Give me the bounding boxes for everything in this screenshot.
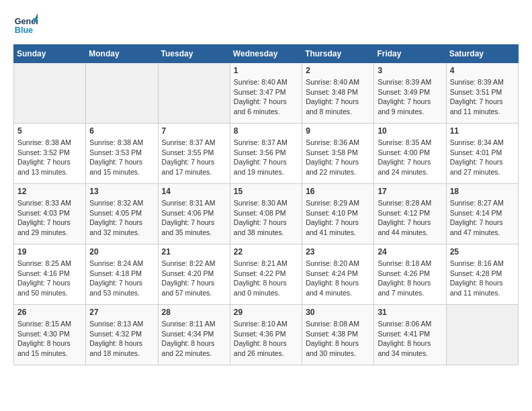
calendar-table: SundayMondayTuesdayWednesdayThursdayFrid… (13, 44, 519, 365)
day-number: 2 (306, 66, 370, 75)
calendar-body: 1Sunrise: 8:40 AM Sunset: 3:47 PM Daylig… (14, 63, 519, 365)
day-info: Sunrise: 8:32 AM Sunset: 4:05 PM Dayligh… (89, 198, 154, 238)
calendar-cell: 4Sunrise: 8:39 AM Sunset: 3:51 PM Daylig… (446, 63, 518, 124)
calendar-cell: 2Sunrise: 8:40 AM Sunset: 3:48 PM Daylig… (302, 63, 374, 124)
calendar-cell: 5Sunrise: 8:38 AM Sunset: 3:52 PM Daylig… (14, 124, 86, 184)
day-info: Sunrise: 8:29 AM Sunset: 4:10 PM Dayligh… (306, 198, 370, 238)
day-number: 19 (17, 247, 82, 257)
weekday-header-wednesday: Wednesday (230, 45, 302, 63)
calendar-cell: 26Sunrise: 8:15 AM Sunset: 4:30 PM Dayli… (14, 305, 86, 365)
calendar-cell: 20Sunrise: 8:24 AM Sunset: 4:18 PM Dayli… (86, 244, 158, 305)
calendar-cell: 9Sunrise: 8:36 AM Sunset: 3:58 PM Daylig… (302, 124, 374, 184)
day-info: Sunrise: 8:06 AM Sunset: 4:41 PM Dayligh… (378, 319, 442, 359)
day-info: Sunrise: 8:15 AM Sunset: 4:30 PM Dayligh… (17, 319, 82, 359)
calendar-cell: 6Sunrise: 8:38 AM Sunset: 3:53 PM Daylig… (86, 124, 158, 184)
week-row-0: 1Sunrise: 8:40 AM Sunset: 3:47 PM Daylig… (14, 63, 519, 124)
day-info: Sunrise: 8:39 AM Sunset: 3:49 PM Dayligh… (378, 77, 442, 117)
day-info: Sunrise: 8:40 AM Sunset: 3:48 PM Dayligh… (306, 77, 370, 117)
calendar-cell: 12Sunrise: 8:33 AM Sunset: 4:03 PM Dayli… (14, 184, 86, 244)
logo: General Blue (13, 13, 41, 38)
calendar-cell: 14Sunrise: 8:31 AM Sunset: 4:06 PM Dayli… (158, 184, 230, 244)
weekday-header-tuesday: Tuesday (158, 45, 230, 63)
weekday-header-sunday: Sunday (14, 45, 86, 63)
calendar-cell (14, 63, 86, 124)
weekday-header-monday: Monday (86, 45, 158, 63)
day-number: 5 (17, 126, 82, 136)
svg-text:Blue: Blue (15, 26, 33, 35)
day-number: 20 (89, 247, 154, 257)
day-info: Sunrise: 8:13 AM Sunset: 4:32 PM Dayligh… (89, 319, 154, 359)
day-info: Sunrise: 8:31 AM Sunset: 4:06 PM Dayligh… (162, 198, 226, 238)
calendar-cell: 25Sunrise: 8:16 AM Sunset: 4:28 PM Dayli… (446, 244, 518, 305)
calendar-cell: 8Sunrise: 8:37 AM Sunset: 3:56 PM Daylig… (230, 124, 302, 184)
calendar-cell: 24Sunrise: 8:18 AM Sunset: 4:26 PM Dayli… (374, 244, 446, 305)
day-number: 13 (89, 187, 154, 196)
day-info: Sunrise: 8:18 AM Sunset: 4:26 PM Dayligh… (378, 259, 442, 298)
calendar-cell (158, 63, 230, 124)
day-info: Sunrise: 8:37 AM Sunset: 3:55 PM Dayligh… (162, 138, 226, 177)
calendar-cell: 3Sunrise: 8:39 AM Sunset: 3:49 PM Daylig… (374, 63, 446, 124)
day-info: Sunrise: 8:34 AM Sunset: 4:01 PM Dayligh… (450, 138, 515, 177)
day-info: Sunrise: 8:36 AM Sunset: 3:58 PM Dayligh… (306, 138, 370, 177)
calendar-cell: 31Sunrise: 8:06 AM Sunset: 4:41 PM Dayli… (374, 305, 446, 365)
calendar-cell: 19Sunrise: 8:25 AM Sunset: 4:16 PM Dayli… (14, 244, 86, 305)
day-info: Sunrise: 8:08 AM Sunset: 4:38 PM Dayligh… (306, 319, 370, 359)
day-info: Sunrise: 8:35 AM Sunset: 4:00 PM Dayligh… (378, 138, 442, 177)
day-info: Sunrise: 8:38 AM Sunset: 3:52 PM Dayligh… (17, 138, 82, 177)
day-number: 30 (306, 308, 370, 317)
day-number: 11 (450, 126, 515, 136)
calendar-cell: 17Sunrise: 8:28 AM Sunset: 4:12 PM Dayli… (374, 184, 446, 244)
day-number: 14 (162, 187, 226, 196)
day-number: 27 (89, 308, 154, 317)
week-row-3: 19Sunrise: 8:25 AM Sunset: 4:16 PM Dayli… (14, 244, 519, 305)
calendar-cell (86, 63, 158, 124)
day-info: Sunrise: 8:40 AM Sunset: 3:47 PM Dayligh… (234, 77, 298, 117)
week-row-1: 5Sunrise: 8:38 AM Sunset: 3:52 PM Daylig… (14, 124, 519, 184)
calendar-cell: 21Sunrise: 8:22 AM Sunset: 4:20 PM Dayli… (158, 244, 230, 305)
day-number: 26 (17, 308, 82, 317)
logo-icon: General Blue (13, 13, 38, 38)
calendar-cell: 27Sunrise: 8:13 AM Sunset: 4:32 PM Dayli… (86, 305, 158, 365)
svg-marker-3 (35, 13, 38, 18)
day-number: 16 (306, 187, 370, 196)
calendar-cell: 29Sunrise: 8:10 AM Sunset: 4:36 PM Dayli… (230, 305, 302, 365)
calendar-cell: 30Sunrise: 8:08 AM Sunset: 4:38 PM Dayli… (302, 305, 374, 365)
calendar-cell: 22Sunrise: 8:21 AM Sunset: 4:22 PM Dayli… (230, 244, 302, 305)
calendar-cell (446, 305, 518, 365)
week-row-2: 12Sunrise: 8:33 AM Sunset: 4:03 PM Dayli… (14, 184, 519, 244)
day-info: Sunrise: 8:30 AM Sunset: 4:08 PM Dayligh… (234, 198, 298, 238)
day-info: Sunrise: 8:37 AM Sunset: 3:56 PM Dayligh… (234, 138, 298, 177)
week-row-4: 26Sunrise: 8:15 AM Sunset: 4:30 PM Dayli… (14, 305, 519, 365)
day-number: 31 (378, 308, 442, 317)
day-info: Sunrise: 8:33 AM Sunset: 4:03 PM Dayligh… (17, 198, 82, 238)
weekday-header-thursday: Thursday (302, 45, 374, 63)
day-number: 6 (89, 126, 154, 136)
day-number: 25 (450, 247, 515, 257)
calendar-cell: 23Sunrise: 8:20 AM Sunset: 4:24 PM Dayli… (302, 244, 374, 305)
day-number: 21 (162, 247, 226, 257)
calendar-cell: 7Sunrise: 8:37 AM Sunset: 3:55 PM Daylig… (158, 124, 230, 184)
day-number: 18 (450, 187, 515, 196)
calendar-cell: 15Sunrise: 8:30 AM Sunset: 4:08 PM Dayli… (230, 184, 302, 244)
day-number: 22 (234, 247, 298, 257)
day-number: 1 (234, 66, 298, 75)
weekday-header-saturday: Saturday (446, 45, 518, 63)
calendar-cell: 11Sunrise: 8:34 AM Sunset: 4:01 PM Dayli… (446, 124, 518, 184)
calendar-cell: 10Sunrise: 8:35 AM Sunset: 4:00 PM Dayli… (374, 124, 446, 184)
day-info: Sunrise: 8:24 AM Sunset: 4:18 PM Dayligh… (89, 259, 154, 298)
day-info: Sunrise: 8:22 AM Sunset: 4:20 PM Dayligh… (162, 259, 226, 298)
day-number: 24 (378, 247, 442, 257)
day-info: Sunrise: 8:16 AM Sunset: 4:28 PM Dayligh… (450, 259, 515, 298)
day-number: 3 (378, 66, 442, 75)
day-info: Sunrise: 8:20 AM Sunset: 4:24 PM Dayligh… (306, 259, 370, 298)
day-number: 28 (162, 308, 226, 317)
calendar-cell: 18Sunrise: 8:27 AM Sunset: 4:14 PM Dayli… (446, 184, 518, 244)
calendar-cell: 16Sunrise: 8:29 AM Sunset: 4:10 PM Dayli… (302, 184, 374, 244)
day-number: 4 (450, 66, 515, 75)
day-info: Sunrise: 8:21 AM Sunset: 4:22 PM Dayligh… (234, 259, 298, 298)
calendar-cell: 13Sunrise: 8:32 AM Sunset: 4:05 PM Dayli… (86, 184, 158, 244)
calendar-header: SundayMondayTuesdayWednesdayThursdayFrid… (14, 45, 519, 63)
day-info: Sunrise: 8:39 AM Sunset: 3:51 PM Dayligh… (450, 77, 515, 117)
day-info: Sunrise: 8:38 AM Sunset: 3:53 PM Dayligh… (89, 138, 154, 177)
day-number: 7 (162, 126, 226, 136)
